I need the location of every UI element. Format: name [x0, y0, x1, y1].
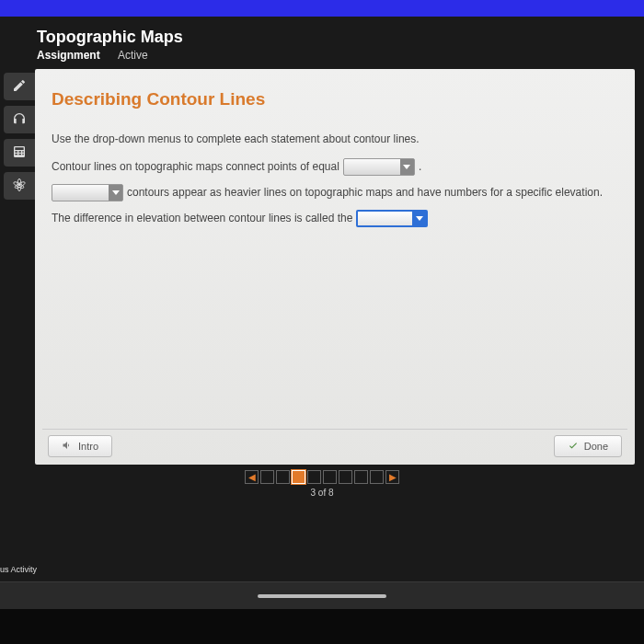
pager-prev[interactable]: ◀	[245, 470, 259, 484]
chevron-down-icon	[109, 185, 122, 201]
laptop-below	[0, 609, 644, 644]
statement-1-pre: Contour lines on topographic maps connec…	[52, 155, 339, 178]
chevron-down-icon	[412, 212, 426, 225]
header-subline: Assignment Active	[37, 49, 626, 62]
assignment-label: Assignment	[37, 49, 100, 62]
progress-pager: ◀ ▶	[0, 470, 644, 484]
done-button[interactable]: Done	[554, 435, 622, 457]
statement-2-post: contours appear as heavier lines on topo…	[127, 181, 603, 203]
pager-step-4[interactable]	[307, 470, 321, 484]
calculator-tab[interactable]	[4, 139, 35, 167]
dropdown-3[interactable]	[356, 210, 428, 227]
pager-step-6[interactable]	[339, 470, 352, 484]
calculator-icon	[12, 144, 27, 162]
instruction-text: Use the drop-down menus to complete each…	[52, 128, 618, 150]
pager-step-7[interactable]	[354, 470, 368, 484]
window-top-strip	[0, 0, 644, 17]
pager-step-5[interactable]	[323, 470, 337, 484]
statement-3: The difference in elevation between cont…	[52, 207, 618, 229]
pencil-tab[interactable]	[4, 73, 35, 100]
dropdown-1[interactable]	[343, 158, 415, 176]
pager-step-3[interactable]	[292, 470, 305, 484]
pager-step-1[interactable]	[260, 470, 274, 484]
headphones-tab[interactable]	[4, 106, 35, 133]
content-title: Describing Contour Lines	[52, 82, 618, 117]
activity-partial-label: us Activity	[0, 565, 37, 574]
side-rail	[4, 69, 35, 465]
atom-tab[interactable]	[4, 172, 35, 200]
pager-label: 3 of 8	[0, 488, 644, 498]
statement-2: contours appear as heavier lines on topo…	[52, 181, 618, 203]
pager-step-8[interactable]	[370, 470, 384, 484]
pencil-icon	[12, 78, 27, 96]
content-bottom-bar: Intro Done	[35, 430, 635, 465]
statement-3-pre: The difference in elevation between cont…	[52, 207, 352, 229]
laptop-notch	[258, 594, 386, 598]
assignment-status: Active	[118, 49, 148, 62]
speaker-icon	[62, 440, 73, 453]
check-icon	[568, 440, 579, 453]
headphones-icon	[12, 111, 27, 129]
pager-next[interactable]: ▶	[385, 470, 399, 484]
chevron-down-icon	[400, 159, 414, 175]
app-header: Topographic Maps Assignment Active	[0, 17, 644, 69]
intro-label: Intro	[78, 441, 98, 452]
page-title: Topographic Maps	[37, 28, 626, 47]
dropdown-2[interactable]	[52, 184, 123, 201]
pager-step-2[interactable]	[276, 470, 290, 484]
atom-icon	[12, 178, 27, 195]
statement-1: Contour lines on topographic maps connec…	[52, 155, 618, 178]
content-panel: Describing Contour Lines Use the drop-do…	[35, 69, 635, 465]
done-label: Done	[584, 441, 608, 452]
intro-button[interactable]: Intro	[48, 435, 112, 457]
statement-1-post: .	[419, 155, 421, 178]
